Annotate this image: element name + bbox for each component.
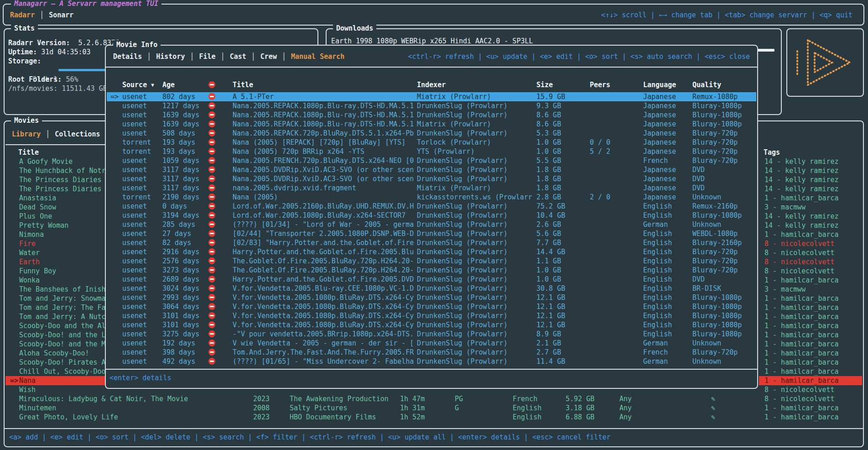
release-source: usenet [122,266,147,275]
release-source: usenet [122,238,147,247]
release-source: usenet [122,256,147,266]
release-row[interactable]: usenet3024 daysV.for.Vendetta.2005.Blu-r… [107,284,756,293]
movie-tag: 1 - hamilcar_barca [764,230,839,239]
release-indexer: Miatrix (Prowlarr) [417,92,535,101]
release-row[interactable]: torrent193 daysNana (2005) [REPACK] [720… [107,138,756,147]
release-row[interactable]: usenet3117 daysNana.2005.DVDRip.XviD.AC3… [107,174,756,183]
release-row[interactable]: torrent193 daysNana (2005) 720p BRRip x2… [107,147,756,156]
release-row[interactable]: usenet508 daysNana.2005.REPACK.720p.BluR… [107,129,756,138]
release-indexer: DrunkenSlug (Prowlarr) [417,293,535,302]
release-row[interactable]: usenet192 daysV wie Vendetta - 2005 - ge… [107,339,756,348]
release-age: 398 days [162,348,195,357]
release-indexer: DrunkenSlug (Prowlarr) [417,357,535,366]
movie-title: Miraculous: Ladybug & Cat Noir, The Movi… [19,394,188,403]
release-title: V.for.Vendetta.2005.Blu-ray.CEE.1080p.VC… [233,284,416,293]
release-language: English [643,238,693,247]
release-indexer: DrunkenSlug (Prowlarr) [417,339,535,348]
release-language: Japanese [643,183,693,193]
release-row[interactable]: usenet0 daysLord.of.War.2005.2160p.BluRa… [107,202,756,211]
movie-title: Great Photo, Lovely Life [19,413,118,422]
release-row[interactable]: usenet1639 daysNana.2005.REPACK.1080p.Bl… [107,120,756,129]
release-source: usenet [122,348,147,357]
release-indexer: Torlock (Prowlarr) [417,138,535,147]
release-quality: DVD [692,275,759,284]
movie-row[interactable]: Miraculous: Ladybug & Cat Noir, The Movi… [5,394,862,403]
release-indexer: DrunkenSlug (Prowlarr) [417,238,535,247]
movie-tag: 1 - hamilcar_barca [764,303,839,312]
release-size: 2.7 GB [536,348,587,357]
rejected-icon [208,312,215,319]
release-title: Lord.of.War.2005.2160p.BluRay.UHD.REMUX.… [233,202,416,211]
release-row[interactable]: usenet1059 daysNana.2005.FRENCH.720p.Blu… [107,156,756,165]
release-age: 3275 days [162,330,199,339]
release-row[interactable]: usenet2916 daysHarry.Potter.and.the.Gobl… [107,247,756,256]
servarr-tabs: Radarr │ Sonarr [10,10,73,20]
release-age: 3194 days [162,211,199,220]
release-age: 285 days [162,220,195,229]
movie-title: Scooby-Doo! Pirates A [19,358,106,367]
release-title: V.for.Vendetta.2005.1080p.BluRay.DTS.x26… [233,302,416,311]
release-peers: 0 / 0 [590,138,640,147]
release-row[interactable]: usenet1639 daysNana.2005.REPACK.1080p.Bl… [107,110,756,120]
release-title: Nana.2005.REPACK.1080p.Blu-ray.DTS-HD.MA… [233,110,416,120]
movie-info-modal: Movie Info Details │ History │ File │ Ca… [105,45,758,389]
library-help-bar: <a> add | <e> edit | <o> sort | <del> de… [9,433,611,442]
footer-separator [5,428,863,429]
rejected-icon [208,248,215,255]
release-row[interactable]: usenet3101 daysV.for.Vendetta.2005.1080p… [107,311,756,320]
release-row[interactable]: usenet285 days(????) [01/34] - "Lord of … [107,220,756,229]
release-indexer: DrunkenSlug (Prowlarr) [417,101,535,110]
tab-radarr[interactable]: Radarr [10,10,35,20]
release-size: 14.4 GB [536,247,587,256]
movie-title: Dead Snow [19,203,56,212]
release-size: 1.0 GB [536,138,587,147]
release-indexer: DrunkenSlug (Prowlarr) [417,156,535,165]
release-row[interactable]: usenet3117 daysNana.2005.DVDRip.XviD.AC3… [107,165,756,174]
release-row[interactable]: usenet3117 daysnana.2005.dvdrip.xvid.fra… [107,183,756,193]
release-row[interactable]: usenet3275 days-"V pour vendetta.2005.BR… [107,330,756,339]
movie-title: Wonka [19,276,40,285]
release-row[interactable]: usenet2689 daysHarry.Potter.and.the.Gobl… [107,275,756,284]
movie-tag: 3 - macmww [764,285,806,294]
release-indexer: DrunkenSlug (Prowlarr) [417,266,535,275]
tab-sonarr[interactable]: Sonarr [49,10,73,20]
movie-title: Nana [19,376,36,385]
release-row[interactable]: usenet3064 daysV.for.Vendetta.2005.1080p… [107,302,756,311]
release-row[interactable]: usenet3101 daysV.for.Vendetta.2005.1080p… [107,320,756,330]
rejected-icon [208,358,215,365]
release-age: 2576 days [162,256,199,266]
release-row[interactable]: usenet2993 daysV.for.Vendetta.2005.1080p… [107,293,756,302]
release-row[interactable]: =>usenet802 daysA 5.1-PTerMiatrix (Prowl… [107,92,756,101]
release-source: usenet [122,320,147,330]
release-language: Japanese [643,120,693,129]
rejected-icon [208,212,215,219]
movie-row[interactable]: Minutemen2008Salty Pictures1h 31mGEnglis… [5,403,862,413]
release-quality: Remux-1080p [692,92,759,101]
release-row[interactable]: usenet82 days[02/83] "Harry.Potter.and.t… [107,238,756,247]
release-quality: Bluray-720p [692,348,759,357]
movie-row[interactable]: Great Photo, Lovely Life2023HBO Document… [5,413,862,422]
release-row[interactable]: usenet27 days[02/44] "Transporter 2.2005… [107,229,756,238]
release-row[interactable]: usenet398 daysTom.And.Jerry.The.Fast.And… [107,348,756,357]
release-row[interactable]: usenet3194 daysLord.of.War.2005.1080p.Bl… [107,211,756,220]
movie-language: English [513,413,541,422]
release-source: usenet [122,211,147,220]
release-quality: Bluray-1080p [692,311,759,320]
release-quality: BR-DISK [692,284,759,293]
movie-title: Tom and Jerry: Snowma [19,294,106,303]
release-size: 7.7 GB [536,238,587,247]
release-indexer: Miatrix (Prowlarr) [417,183,535,193]
managarr-tui: { "app": { "title": "Managarr – A Servar… [0,0,868,450]
release-size: 2.1 GB [536,339,587,348]
release-title: Nana.2005.REPACK.720p.BluRay.DTS.5.1.x26… [233,129,416,138]
release-quality: Bluray-1080p [692,302,759,311]
release-row[interactable]: usenet3273 daysThe.Goblet.Of.Fire.2005.B… [107,266,756,275]
release-row[interactable]: torrent2190 daysNana (2005)kickasstorren… [107,193,756,202]
release-title: Nana (2005) 720p BRRip x264 -YTS [233,147,416,156]
release-row[interactable]: usenet2576 daysThe.Goblet.Of.Fire.2005.B… [107,256,756,266]
release-row[interactable]: usenet492 days(????) [01/65] - "Miss Und… [107,357,756,366]
release-indexer: kickasstorrents.ws (Prowlarr [417,193,535,202]
edit-pencil-icon: ✎ [711,394,715,403]
release-row[interactable]: usenet1217 daysNana.2005.REPACK.1080p.Bl… [107,101,756,110]
rejected-icon [208,93,215,100]
